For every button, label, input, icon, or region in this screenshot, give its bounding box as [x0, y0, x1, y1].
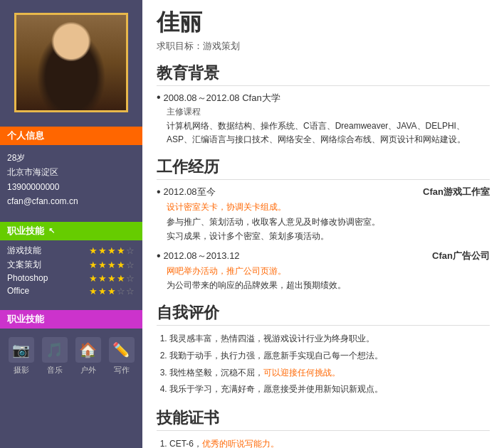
skill-stars: ★★★★☆ — [89, 245, 135, 256]
hobby-icon: 📷 — [9, 337, 34, 363]
self-section-title: 自我评价 — [157, 302, 490, 326]
self-eval-item: 我乐于学习，充满好奇，愿意接受并使用新知识新观点。 — [169, 382, 490, 398]
self-eval-list: 我灵感丰富，热情四溢，视游戏设计行业为终身职业。我勤于动手，执行力强，愿意新手实… — [157, 331, 490, 397]
age-text: 28岁 — [7, 151, 135, 165]
work-item: • 2012.08至今 Cfan游戏工作室 设计密室关卡，协调关卡组成。参与推广… — [157, 186, 490, 243]
work-header-line: • 2012.08至今 Cfan游戏工作室 — [157, 186, 490, 198]
hobby-icons-container: 📷摄影🎵音乐🏠户外✏️写作 — [0, 331, 142, 381]
self-eval-item: 我性格坚毅，沉稳不屈，可以迎接任何挑战。 — [169, 366, 490, 381]
work-section-title: 工作经历 — [157, 156, 490, 180]
cursor-indicator: ↖ — [48, 226, 55, 235]
edu-section: •2008.08～2012.08 Cfan大学主修课程计算机网络、数据结构、操作… — [157, 92, 490, 146]
hobby-item: 📷摄影 — [9, 337, 34, 375]
skill-row: 文案策划★★★★☆ — [7, 259, 135, 271]
hobby-label: 摄影 — [14, 365, 29, 375]
hobby-item: 🏠户外 — [75, 337, 101, 375]
hobby-item: 🎵音乐 — [42, 337, 68, 375]
location-text: 北京市海淀区 — [7, 165, 135, 179]
skill-stars: ★★★★☆ — [89, 273, 135, 284]
skill-name: 游戏技能 — [7, 245, 57, 257]
skills-label: 职业技能 — [7, 225, 44, 238]
cert-list: CET-6，优秀的听说写能力。计算机二级，熟悉计算机各项操作。高级营销员，国家职… — [157, 437, 490, 448]
work-highlight: 网吧举办活动，推广公司页游。 — [167, 264, 490, 278]
hobbies-header: 职业技能 — [0, 310, 142, 329]
skill-stars: ★★★★☆ — [89, 260, 135, 270]
skills-header[interactable]: 职业技能 ↖ — [0, 222, 142, 240]
edu-section-title: 教育背景 — [157, 63, 490, 86]
hobby-icon: 🎵 — [42, 337, 68, 363]
self-eval-item: 我灵感丰富，热情四溢，视游戏设计行业为终身职业。 — [169, 331, 490, 347]
hobby-label: 户外 — [80, 365, 96, 375]
personal-info-content: 28岁 北京市海淀区 13900000000 cfan@cfan.com.cn — [0, 145, 142, 215]
edu-item: •2008.08～2012.08 Cfan大学主修课程计算机网络、数据结构、操作… — [157, 92, 490, 146]
profile-photo — [14, 13, 128, 112]
edu-period: 2008.08～2012.08 Cfan大学 — [164, 92, 280, 105]
phone-text: 13900000000 — [7, 180, 135, 194]
hobby-label: 音乐 — [47, 365, 63, 375]
work-period: 2012.08至今 — [164, 186, 421, 198]
skill-stars: ★★★☆☆ — [89, 286, 135, 297]
work-detail: 网吧举办活动，推广公司页游。为公司带来的响应的品牌效果，超出预期绩效。 — [167, 264, 490, 293]
skill-name: Office — [7, 286, 57, 296]
photo-figure — [16, 15, 126, 110]
hobbies-label: 职业技能 — [7, 314, 44, 324]
work-normal: 为公司带来的响应的品牌效果，超出预期绩效。 — [167, 278, 490, 292]
work-period: 2012.08～2013.12 — [164, 250, 430, 262]
personal-info-label: 个人信息 — [7, 130, 44, 141]
personal-info-header: 个人信息 — [0, 127, 142, 145]
self-eval-item: 我勤于动手，执行力强，愿意新手实现自己每一个想法。 — [169, 348, 490, 364]
sidebar: 个人信息 28岁 北京市海淀区 13900000000 cfan@cfan.co… — [0, 0, 142, 448]
work-header-line: • 2012.08～2013.12 Cfan广告公司 — [157, 250, 490, 262]
skill-name: 文案策划 — [7, 259, 57, 271]
hobby-icon: ✏️ — [109, 337, 135, 363]
edu-sub-label: 主修课程 — [167, 106, 490, 118]
work-normal: 参与推广、策划活动，收取客人意见及时修改协调密室。 实习成果，设计多个密室、策划… — [167, 215, 490, 244]
job-target: 求职目标：游戏策划 — [157, 40, 490, 53]
skill-name: Photoshop — [7, 273, 57, 283]
company-name: Cfan广告公司 — [432, 250, 490, 262]
skill-row: Photoshop★★★★☆ — [7, 273, 135, 284]
cert-section-title: 技能证书 — [157, 407, 490, 431]
main-content: 佳丽 求职目标：游戏策划 教育背景 •2008.08～2012.08 Cfan大… — [142, 0, 504, 448]
email-text: cfan@cfan.com.cn — [7, 194, 135, 208]
hobby-icon: 🏠 — [75, 337, 101, 363]
bullet: • — [157, 250, 161, 262]
skills-list: 游戏技能★★★★☆文案策划★★★★☆Photoshop★★★★☆Office★★… — [0, 240, 142, 303]
edu-period-line: •2008.08～2012.08 Cfan大学 — [157, 92, 490, 105]
work-section: • 2012.08至今 Cfan游戏工作室 设计密室关卡，协调关卡组成。参与推广… — [157, 186, 490, 292]
hobby-label: 写作 — [114, 365, 130, 375]
cert-item: CET-6，优秀的听说写能力。 — [169, 437, 490, 448]
name-title: 佳丽 — [157, 7, 490, 38]
skill-row: Office★★★☆☆ — [7, 286, 135, 297]
edu-content: 计算机网络、数据结构、操作系统、C语言、Dreamweaver、JAVA、DEL… — [167, 119, 490, 146]
bullet: • — [157, 92, 161, 103]
hobby-item: ✏️写作 — [109, 337, 135, 375]
work-detail: 设计密室关卡，协调关卡组成。参与推广、策划活动，收取客人意见及时修改协调密室。 … — [167, 200, 490, 243]
work-item: • 2012.08～2013.12 Cfan广告公司 网吧举办活动，推广公司页游… — [157, 250, 490, 293]
bullet: • — [157, 186, 161, 198]
company-name: Cfan游戏工作室 — [423, 186, 490, 198]
skill-row: 游戏技能★★★★☆ — [7, 245, 135, 257]
work-highlight: 设计密室关卡，协调关卡组成。 — [167, 200, 490, 214]
